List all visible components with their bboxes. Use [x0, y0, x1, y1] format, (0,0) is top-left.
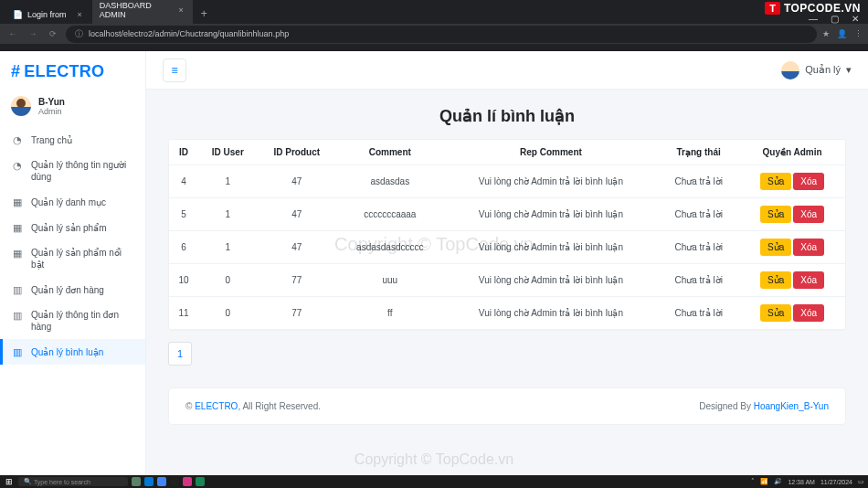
user-dropdown-label: Quản lý: [805, 64, 841, 76]
page-title: Quản lí bình luận: [168, 106, 846, 126]
comments-table: ID ID User ID Product Comment Rep Commen…: [169, 140, 845, 330]
sidebar-item-featured[interactable]: ▦ Quản lý sản phẩm nổi bật: [0, 240, 145, 277]
extensions-icon[interactable]: ★: [822, 29, 830, 38]
clock-time[interactable]: 12:38 AM: [788, 479, 815, 485]
maximize-icon[interactable]: ▢: [831, 14, 839, 24]
browser-tab-active[interactable]: DASHBOARD ADMIN ×: [92, 0, 193, 24]
taskbar: ⊞ 🔍 Type here to search ˄ 📶 🔊 12:38 AM 1…: [0, 475, 868, 488]
edit-button[interactable]: Sửa: [760, 304, 791, 322]
minimize-icon[interactable]: —: [809, 14, 818, 24]
th-id-user: ID User: [198, 140, 258, 165]
wifi-icon[interactable]: 📶: [760, 478, 768, 485]
user-dropdown[interactable]: Quản lý ▾: [781, 61, 852, 80]
delete-button[interactable]: Xóa: [793, 173, 824, 190]
edit-button[interactable]: Sửa: [760, 239, 791, 256]
notifications-icon[interactable]: ▭: [858, 478, 864, 485]
delete-button[interactable]: Xóa: [793, 239, 824, 256]
new-tab-button[interactable]: +: [194, 4, 215, 24]
search-icon: 🔍: [24, 478, 32, 485]
comments-table-card: ID ID User ID Product Comment Rep Commen…: [168, 139, 846, 331]
edit-button[interactable]: Sửa: [760, 173, 791, 190]
chart-icon: ▥: [11, 283, 24, 296]
profile-icon[interactable]: 👤: [837, 29, 847, 38]
hash-icon: #: [11, 62, 20, 81]
sidebar: # ELECTRO B-Yun Admin ◔ Trang chủ ◔ Quản…: [0, 51, 146, 475]
start-button[interactable]: ⊞: [4, 476, 15, 487]
url-text: localhost/electro2/admin/Chuctrang/quanl…: [89, 29, 289, 38]
gauge-icon: ◔: [11, 159, 24, 172]
taskbar-app-icon[interactable]: [183, 477, 192, 486]
sidebar-item-categories[interactable]: ▦ Quản lý danh mục: [0, 189, 145, 215]
tab-title: DASHBOARD ADMIN: [100, 1, 168, 19]
th-status: Trạng thái: [658, 140, 739, 165]
footer-brand-link[interactable]: ELECTRO: [195, 401, 238, 411]
grid-icon: ▦: [11, 196, 24, 208]
sidebar-user[interactable]: B-Yun Admin: [0, 92, 145, 127]
user-role: Admin: [38, 107, 65, 116]
volume-icon[interactable]: 🔊: [774, 478, 782, 485]
footer-designer-link[interactable]: HoangKien_B-Yun: [754, 401, 829, 411]
th-admin: Quyền Admin: [739, 140, 845, 165]
th-id-product: ID Product: [258, 140, 336, 165]
grid-icon: ▦: [11, 221, 24, 234]
grid-icon: ▦: [11, 247, 24, 260]
sidebar-item-products[interactable]: ▦ Quản lý sản phẩm: [0, 215, 145, 240]
edit-button[interactable]: Sửa: [760, 271, 791, 289]
back-icon[interactable]: ←: [5, 29, 20, 38]
th-id: ID: [169, 140, 198, 165]
clock-date[interactable]: 11/27/2024: [820, 479, 852, 485]
brand-logo[interactable]: # ELECTRO: [0, 58, 145, 92]
site-info-icon: ⓘ: [75, 28, 83, 40]
table-row: 4147asdasdasVui lòng chờ Admin trả lời b…: [169, 165, 845, 198]
close-icon[interactable]: ×: [78, 10, 82, 19]
sidebar-item-order-info[interactable]: ▥ Quản lý thông tin đơn hàng: [0, 302, 145, 339]
taskbar-app-icon[interactable]: [144, 477, 153, 486]
table-row: 6147asdasdasdcccccVui lòng chờ Admin trả…: [169, 231, 845, 264]
chevron-down-icon: ▾: [846, 64, 852, 76]
close-window-icon[interactable]: ✕: [852, 14, 859, 24]
th-rep-comment: Rep Comment: [444, 140, 659, 165]
browser-chrome: 📄 Login from × DASHBOARD ADMIN × + — ▢ ✕…: [0, 0, 868, 44]
th-comment: Comment: [336, 140, 444, 165]
taskbar-app-icon[interactable]: [170, 477, 179, 486]
pagination: 1: [168, 342, 846, 366]
avatar: [11, 96, 31, 116]
delete-button[interactable]: Xóa: [793, 206, 824, 223]
taskbar-search[interactable]: 🔍 Type here to search: [18, 477, 128, 486]
browser-tab[interactable]: 📄 Login from ×: [5, 5, 91, 24]
sidebar-item-orders[interactable]: ▥ Quản lý đơn hàng: [0, 277, 145, 302]
chart-icon: ▥: [11, 345, 24, 358]
sidebar-item-comments[interactable]: ▥ Quản lý bình luận: [0, 339, 145, 365]
table-row: 5147cccccccaaaaVui lòng chờ Admin trả lờ…: [169, 198, 845, 231]
forward-icon[interactable]: →: [26, 29, 40, 38]
avatar: [781, 61, 799, 80]
table-row: 10077uuuVui lòng chờ Admin trả lời bình …: [169, 264, 845, 297]
watermark-top: T TOPCODE.VN: [765, 2, 861, 15]
tray-icon[interactable]: ˄: [751, 478, 755, 485]
sidebar-item-home[interactable]: ◔ Trang chủ: [0, 127, 145, 153]
gauge-icon: ◔: [11, 133, 24, 146]
page-number[interactable]: 1: [168, 342, 192, 366]
address-bar[interactable]: ⓘ localhost/electro2/admin/Chuctrang/qua…: [66, 26, 817, 43]
topbar: ≡ Quản lý ▾: [146, 51, 868, 90]
sidebar-item-users[interactable]: ◔ Quản lý thông tin người dùng: [0, 153, 145, 189]
tab-favicon: 📄: [13, 10, 22, 19]
taskbar-app-icon[interactable]: [157, 477, 166, 486]
delete-button[interactable]: Xóa: [793, 304, 824, 322]
menu-icon[interactable]: ⋮: [854, 29, 863, 38]
reload-icon[interactable]: ⟳: [46, 29, 60, 38]
table-row: 11077ffVui lòng chờ Admin trả lời bình l…: [169, 297, 845, 330]
edit-button[interactable]: Sửa: [760, 206, 791, 223]
sidebar-toggle-button[interactable]: ≡: [163, 58, 186, 82]
user-name: B-Yun: [38, 97, 65, 107]
close-icon[interactable]: ×: [179, 5, 184, 15]
chart-icon: ▥: [11, 309, 24, 322]
footer: © ELECTRO, All Right Reserved. Designed …: [168, 387, 846, 425]
sidebar-nav: ◔ Trang chủ ◔ Quản lý thông tin người dù…: [0, 127, 145, 365]
hamburger-icon: ≡: [171, 64, 177, 77]
taskbar-app-icon[interactable]: [196, 477, 205, 486]
tab-title: Login from: [27, 10, 67, 19]
taskbar-app-icon[interactable]: [132, 477, 141, 486]
delete-button[interactable]: Xóa: [793, 271, 824, 289]
